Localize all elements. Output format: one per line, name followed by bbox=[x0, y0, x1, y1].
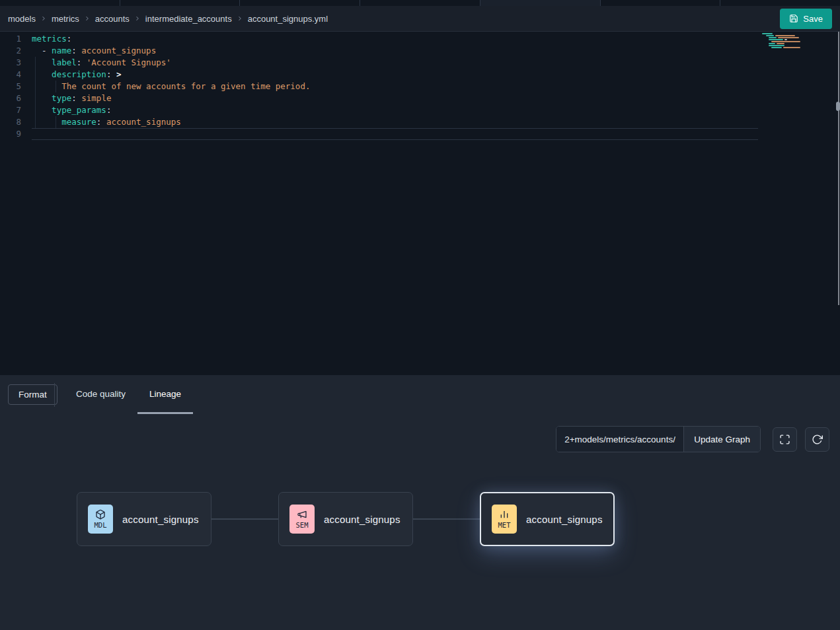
fullscreen-button[interactable] bbox=[773, 427, 797, 452]
line-number: 6 bbox=[0, 92, 32, 104]
megaphone-icon bbox=[297, 509, 307, 520]
code-line: The count of new accounts for a given ti… bbox=[32, 81, 758, 92]
line-number: 2 bbox=[0, 45, 32, 57]
chevron-right-icon bbox=[134, 15, 141, 22]
chevron-right-icon bbox=[84, 15, 91, 22]
panel-tabs: Code quality Lineage bbox=[64, 375, 193, 414]
header-divider bbox=[54, 383, 55, 407]
top-tab-stub[interactable] bbox=[0, 0, 120, 6]
tab-lineage[interactable]: Lineage bbox=[137, 375, 193, 414]
code-line: description: > bbox=[32, 69, 758, 81]
code-line: type_params: bbox=[32, 104, 758, 116]
lineage-graph-toolbar: Update Graph bbox=[556, 426, 829, 452]
node-title: account_signups bbox=[122, 514, 199, 525]
format-button[interactable]: Format bbox=[8, 384, 57, 405]
breadcrumb-item-intermediate-accounts[interactable]: intermediate_accounts bbox=[145, 14, 232, 24]
code-line-current bbox=[32, 128, 758, 140]
update-graph-button[interactable]: Update Graph bbox=[683, 427, 760, 452]
line-number: 1 bbox=[0, 33, 32, 45]
semantic-node-badge: SEM bbox=[289, 505, 315, 534]
top-tab-stub[interactable] bbox=[360, 0, 480, 6]
code-line: metrics: bbox=[32, 33, 758, 45]
breadcrumb-item-accounts[interactable]: accounts bbox=[95, 14, 130, 24]
cube-icon bbox=[95, 509, 106, 520]
bar-chart-icon bbox=[499, 509, 510, 520]
top-tab-stub-active[interactable] bbox=[480, 0, 601, 6]
code-line: label: 'Account Signups' bbox=[32, 57, 758, 69]
graph-selector-input[interactable] bbox=[556, 427, 683, 452]
code-line: measure: account_signups bbox=[32, 116, 758, 128]
line-number: 3 bbox=[0, 57, 32, 69]
breadcrumb-item-models[interactable]: models bbox=[8, 14, 36, 24]
graph-selector-group: Update Graph bbox=[556, 426, 761, 452]
chevron-right-icon bbox=[40, 15, 47, 22]
top-tab-stub[interactable] bbox=[601, 0, 721, 6]
breadcrumb-item-file[interactable]: account_signups.yml bbox=[248, 14, 328, 24]
top-tab-stub[interactable] bbox=[240, 0, 360, 6]
breadcrumb: models metrics accounts intermediate_acc… bbox=[8, 14, 328, 24]
bottom-panel: Format Code quality Lineage Update Graph… bbox=[0, 375, 840, 630]
node-type-label: SEM bbox=[296, 521, 309, 529]
line-number: 4 bbox=[0, 69, 32, 81]
code-line: type: simple bbox=[32, 92, 758, 104]
node-title: account_signups bbox=[526, 514, 603, 525]
editor-scrollbar-thumb[interactable] bbox=[836, 102, 840, 111]
node-type-label: MDL bbox=[95, 521, 107, 529]
refresh-graph-button[interactable] bbox=[805, 427, 829, 452]
save-icon bbox=[789, 14, 798, 23]
breadcrumb-item-metrics[interactable]: metrics bbox=[52, 14, 79, 24]
save-button[interactable]: Save bbox=[780, 9, 832, 29]
chevron-right-icon bbox=[237, 15, 243, 22]
lineage-edge bbox=[211, 518, 278, 520]
editor-scrollbar-track[interactable] bbox=[838, 32, 839, 305]
save-button-label: Save bbox=[803, 14, 823, 24]
top-tab-stub[interactable] bbox=[720, 0, 840, 6]
maximize-icon bbox=[779, 434, 790, 445]
yaml-code-editor[interactable]: 1metrics: 2 - name: account_signups 3 la… bbox=[0, 32, 840, 375]
breadcrumb-bar: models metrics accounts intermediate_acc… bbox=[0, 6, 840, 32]
line-number: 5 bbox=[0, 81, 32, 92]
editor-minimap[interactable] bbox=[762, 33, 803, 48]
line-number: 7 bbox=[0, 104, 32, 116]
code-line: - name: account_signups bbox=[32, 45, 758, 57]
node-type-label: MET bbox=[498, 521, 511, 529]
model-node-badge: MDL bbox=[88, 505, 113, 534]
node-title: account_signups bbox=[324, 514, 401, 525]
lineage-edge bbox=[413, 518, 480, 520]
lineage-node-model[interactable]: MDL account_signups bbox=[77, 492, 211, 546]
top-tab-stub[interactable] bbox=[120, 0, 241, 6]
top-tabs-strip bbox=[0, 0, 840, 6]
lineage-node-semantic-model[interactable]: SEM account_signups bbox=[278, 492, 413, 546]
line-number: 8 bbox=[0, 116, 32, 128]
line-number: 9 bbox=[0, 128, 32, 140]
tab-code-quality[interactable]: Code quality bbox=[64, 375, 137, 414]
metric-node-badge: MET bbox=[492, 505, 517, 534]
lineage-node-metric[interactable]: MET account_signups bbox=[480, 492, 615, 546]
refresh-icon bbox=[812, 434, 823, 445]
